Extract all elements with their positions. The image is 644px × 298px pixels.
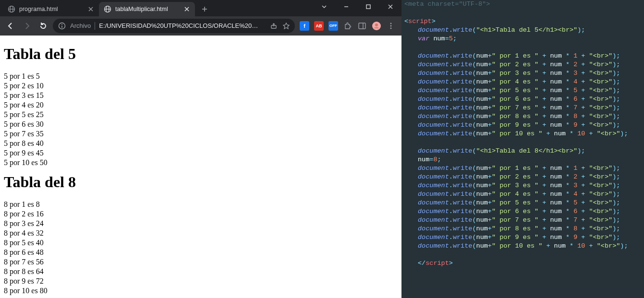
svg-rect-13 [366,5,370,9]
table-line: 8 por 9 es 72 [4,276,398,286]
window-minimize-button[interactable] [335,0,357,13]
close-icon[interactable] [87,6,94,12]
code-line: document.write(num+" por 6 es " + num * … [404,95,641,104]
rendered-page: Tabla del 5 5 por 1 es 55 por 2 es 105 p… [0,36,401,298]
info-icon[interactable] [58,22,66,30]
facebook-ext-icon[interactable]: f [300,21,309,31]
svg-point-27 [390,25,392,26]
tab-title: programa.html [19,6,84,12]
table-line: 5 por 5 es 25 [4,110,398,119]
code-line: document.write(num+" por 4 es " + num * … [404,78,641,86]
table5-lines: 5 por 1 es 55 por 2 es 105 por 3 es 155 … [4,72,398,167]
table-line: 8 por 6 es 48 [4,248,398,257]
heading-tabla-5: Tabla del 5 [4,45,398,63]
table-line: 5 por 2 es 10 [4,81,398,91]
adblock-ext-icon[interactable]: AB [314,21,324,31]
window-maximize-button[interactable] [357,0,379,13]
globe-icon [104,5,111,13]
toolbar: Archivo E:/UNIVERISIDAD%20UTP%20CICLOS/O… [0,16,401,36]
reload-button[interactable] [36,19,50,33]
new-tab-button[interactable] [198,2,211,16]
svg-point-28 [390,27,392,29]
code-line: <meta charset="UTF-8"> [404,0,641,9]
code-line: <script> [404,17,641,26]
code-line: document.write(num+" por 6 es " + num * … [404,207,641,216]
close-icon[interactable] [183,6,190,12]
svg-point-26 [390,23,392,24]
code-line: document.write(num+" por 4 es " + num * … [404,190,641,199]
code-line [404,9,641,17]
table-line: 8 por 10 es 80 [4,286,398,296]
tab-programa[interactable]: programa.html [3,2,99,16]
code-line: document.write(num+" por 5 es " + num * … [404,199,641,207]
code-line: document.write(num+" por 1 es " + num * … [404,164,641,173]
share-icon[interactable] [270,22,278,30]
code-line: document.write(num+" por 9 es " + num * … [404,121,641,130]
puzzle-icon[interactable] [343,21,352,31]
table-line: 8 por 8 es 64 [4,267,398,276]
window-controls [313,0,401,13]
window-dropdown-button[interactable] [313,0,335,13]
star-icon[interactable] [282,22,290,30]
window-close-button[interactable] [379,0,401,13]
titlebar: programa.html tablaMultiplicar.html [0,0,401,16]
sidepanel-icon[interactable] [357,21,367,31]
svg-rect-22 [359,23,365,29]
forward-button[interactable] [20,19,34,33]
tab-tablamultiplicar[interactable]: tablaMultiplicar.html [99,2,195,16]
table-line: 8 por 2 es 16 [4,209,398,219]
table-line: 5 por 8 es 40 [4,139,398,148]
svg-point-25 [375,24,378,26]
code-line [404,138,641,147]
svg-marker-21 [283,23,289,29]
code-line: document.write(num+" por 5 es " + num * … [404,86,641,95]
code-line [404,250,641,259]
table-line: 5 por 10 es 50 [4,158,398,167]
table-line: 5 por 3 es 15 [4,91,398,100]
code-line: document.write(num+" por 8 es " + num * … [404,225,641,233]
extensions-area: f AB OFF [298,21,398,31]
divider [95,22,95,30]
code-line: num=8; [404,155,641,164]
menu-icon[interactable] [386,21,396,31]
code-line: document.write("<h1>Tabla del 8</h1><br>… [404,147,641,155]
url-text: E:/UNIVERISIDAD%20UTP%20CICLOS/ORACLE%20… [99,22,266,29]
code-line: document.write(num+" por 3 es " + num * … [404,181,641,190]
table-line: 5 por 7 es 35 [4,129,398,139]
address-bar[interactable]: Archivo E:/UNIVERISIDAD%20UTP%20CICLOS/O… [53,19,295,33]
code-line: document.write(num+" por 7 es " + num * … [404,216,641,225]
table-line: 8 por 4 es 32 [4,228,398,238]
code-line: var num=5; [404,35,641,43]
globe-icon [8,5,15,13]
code-line [404,43,641,52]
code-line: document.write(num+" por 7 es " + num * … [404,104,641,112]
table-line: 5 por 4 es 20 [4,100,398,110]
code-line: document.write(num+" por 10 es " + num *… [404,130,641,138]
off-ext-icon[interactable]: OFF [328,21,338,31]
table-line: 8 por 5 es 40 [4,238,398,248]
heading-tabla-8: Tabla del 8 [4,173,398,191]
table-line: 5 por 1 es 5 [4,72,398,81]
code-line: document.write(num+" por 8 es " + num * … [404,112,641,121]
profile-avatar-icon[interactable] [372,21,381,31]
table8-lines: 8 por 1 es 88 por 2 es 168 por 3 es 248 … [4,200,398,296]
code-line: document.write(num+" por 10 es " + num *… [404,242,641,250]
tab-title: tablaMultiplicar.html [115,6,180,12]
code-line: document.write(num+" por 9 es " + num * … [404,233,641,242]
table-line: 5 por 9 es 45 [4,148,398,158]
code-line: document.write(num+" por 1 es " + num * … [404,52,641,60]
table-line: 5 por 6 es 30 [4,119,398,129]
code-line: document.write("<h1>Tabla del 5</h1><br>… [404,26,641,35]
table-line: 8 por 7 es 56 [4,257,398,267]
back-button[interactable] [4,19,17,33]
url-scheme: Archivo [70,22,91,29]
code-line: document.write(num+" por 2 es " + num * … [404,60,641,69]
table-line: 8 por 1 es 8 [4,200,398,209]
code-line: document.write(num+" por 2 es " + num * … [404,173,641,181]
code-line: document.write(num+" por 3 es " + num * … [404,69,641,78]
browser-window: programa.html tablaMultiplicar.html [0,0,401,298]
table-line: 8 por 3 es 24 [4,219,398,228]
code-editor[interactable]: <meta charset="UTF-8"> <script>document.… [401,0,644,298]
svg-point-17 [61,24,62,25]
code-line: </script> [404,259,641,268]
